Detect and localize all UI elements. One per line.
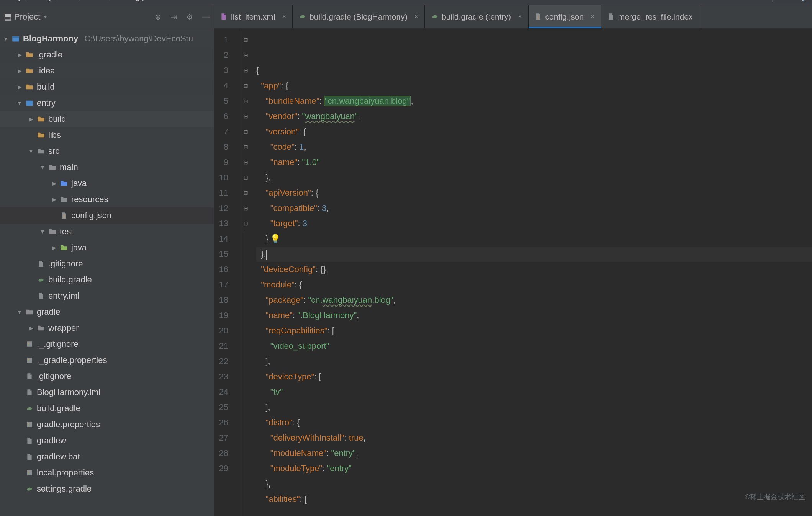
tree-node[interactable]: .gitignore bbox=[0, 368, 214, 384]
svg-rect-9 bbox=[28, 361, 29, 361]
tree-arrow-icon[interactable]: ▶ bbox=[28, 116, 34, 122]
tree-arrow-icon[interactable]: ▼ bbox=[40, 229, 45, 235]
json-icon: {} bbox=[535, 13, 542, 21]
tree-node[interactable]: build.gradle bbox=[0, 272, 214, 288]
tree-label: entry bbox=[37, 98, 56, 108]
project-view-selector[interactable]: ▤ Project ▾ bbox=[4, 12, 155, 22]
locate-icon[interactable]: ⊕ bbox=[155, 12, 161, 21]
tab-label: merge_res_file.index bbox=[618, 12, 693, 21]
folder-blue-icon bbox=[60, 179, 68, 188]
tree-arrow-icon[interactable]: ▼ bbox=[28, 148, 34, 154]
collapse-icon[interactable]: ⇥ bbox=[170, 12, 177, 21]
tree-arrow-icon[interactable]: ▼ bbox=[17, 309, 22, 315]
xml-icon bbox=[220, 13, 228, 21]
tree-node[interactable]: ▶ .idea bbox=[0, 63, 214, 79]
tree-arrow-icon[interactable]: ▶ bbox=[51, 180, 57, 186]
close-icon[interactable]: × bbox=[591, 13, 595, 21]
tree-node[interactable]: ▼ main bbox=[0, 159, 214, 175]
hide-icon[interactable]: — bbox=[202, 12, 210, 21]
svg-rect-2 bbox=[26, 101, 33, 106]
tree-arrow-icon[interactable]: ▶ bbox=[28, 325, 34, 331]
module-icon bbox=[25, 99, 34, 107]
tree-label: BlogHarmony.iml bbox=[37, 387, 100, 397]
module-icon bbox=[11, 34, 20, 43]
tab-label: build.gradle (:entry) bbox=[442, 12, 511, 21]
tree-node[interactable]: gradlew.bat bbox=[0, 449, 214, 465]
tree-node[interactable]: ▶ .gradle bbox=[0, 47, 214, 63]
tree-node[interactable]: ._gradle.properties bbox=[0, 352, 214, 368]
tree-label: ._.gitignore bbox=[37, 339, 79, 349]
tree-node[interactable]: ▼ entry bbox=[0, 95, 214, 111]
breadcrumb-item[interactable]: src bbox=[65, 0, 76, 2]
tree-arrow-icon[interactable]: ▶ bbox=[17, 52, 22, 58]
folder-icon bbox=[25, 67, 34, 75]
tree-label: config.json bbox=[71, 211, 111, 220]
run-config-selector[interactable]: ▣ entry ▾ bbox=[772, 0, 812, 2]
tree-node[interactable]: settings.gradle bbox=[0, 481, 214, 497]
project-icon: ▤ bbox=[4, 12, 12, 22]
tree-node[interactable]: gradlew bbox=[0, 433, 214, 449]
fold-column[interactable]: ⊟⊟⊟⊟⊟⊟⊟⊟⊟⊟⊟⊟⊟ bbox=[241, 28, 251, 516]
tree-node[interactable]: .gitignore bbox=[0, 256, 214, 272]
project-tree[interactable]: ▼ BlogHarmony C:\Users\bywang\DevEcoStu … bbox=[0, 28, 214, 516]
editor-tab[interactable]: build.gradle (:entry) × bbox=[425, 5, 528, 28]
tree-arrow-icon[interactable]: ▶ bbox=[17, 84, 22, 90]
text-cursor bbox=[266, 250, 267, 260]
tree-label: java bbox=[71, 178, 87, 188]
tree-node[interactable]: {} config.json bbox=[0, 207, 214, 224]
tree-node[interactable]: ▶ java bbox=[0, 175, 214, 191]
tree-expand-icon[interactable]: ▼ bbox=[3, 36, 8, 42]
tree-label: gradle bbox=[37, 307, 60, 317]
tree-node[interactable]: build.gradle bbox=[0, 400, 214, 416]
breadcrumb-item[interactable]: main bbox=[88, 0, 106, 2]
intention-bulb-icon[interactable]: 💡 bbox=[270, 231, 280, 247]
tree-node[interactable]: BlogHarmony.iml bbox=[0, 384, 214, 400]
tree-node[interactable]: ▶ build bbox=[0, 111, 214, 127]
code-content[interactable]: { "app": { "bundleName": "cn.wangbaiyuan… bbox=[251, 28, 812, 516]
code-editor[interactable]: 1234567891011121314151617181920212223242… bbox=[214, 28, 812, 516]
svg-rect-13 bbox=[27, 470, 32, 475]
close-icon[interactable]: × bbox=[414, 13, 419, 21]
tree-label: libs bbox=[48, 130, 61, 140]
props-icon bbox=[25, 420, 34, 429]
folder-grey-icon bbox=[37, 324, 45, 332]
tree-node[interactable]: ._.gitignore bbox=[0, 336, 214, 352]
gradle-icon bbox=[431, 13, 439, 21]
tree-arrow-icon[interactable]: ▼ bbox=[17, 100, 22, 106]
editor-tab[interactable]: list_item.xml × bbox=[214, 5, 293, 28]
tree-node[interactable]: ▶ resources bbox=[0, 191, 214, 207]
tree-label: ._gradle.properties bbox=[37, 355, 107, 365]
tree-node[interactable]: ▼ src bbox=[0, 143, 214, 159]
line-numbers: 1234567891011121314151617181920212223242… bbox=[214, 28, 241, 516]
tree-node[interactable]: ▼ test bbox=[0, 224, 214, 240]
tree-node[interactable]: ▶ build bbox=[0, 79, 214, 95]
folder-green-icon bbox=[60, 243, 68, 252]
close-icon[interactable]: × bbox=[282, 13, 286, 21]
tree-arrow-icon[interactable]: ▶ bbox=[51, 196, 57, 202]
tree-node[interactable]: ▶ wrapper bbox=[0, 320, 214, 336]
breadcrumbs[interactable]: logHarmony〉entry〉src〉main〉config.json bbox=[0, 0, 157, 2]
breadcrumb-item[interactable]: config.json bbox=[118, 0, 157, 2]
close-icon[interactable]: × bbox=[518, 13, 522, 21]
folder-icon bbox=[37, 115, 45, 123]
tree-arrow-icon[interactable]: ▼ bbox=[40, 164, 45, 170]
editor-tab[interactable]: build.gradle (BlogHarmony) × bbox=[293, 5, 425, 28]
navigation-bar: logHarmony〉entry〉src〉main〉config.json ▣ … bbox=[0, 0, 812, 5]
project-tool-window: ▤ Project ▾ ⊕ ⇥ ⚙ — ▼ BlogHarmony bbox=[0, 5, 214, 516]
gear-icon[interactable]: ⚙ bbox=[186, 12, 193, 21]
tree-arrow-icon[interactable]: ▶ bbox=[51, 245, 57, 251]
editor-tab[interactable]: merge_res_file.index bbox=[601, 5, 699, 28]
editor-tab[interactable]: {} config.json × bbox=[529, 5, 601, 28]
tree-node[interactable]: entry.iml bbox=[0, 288, 214, 304]
svg-rect-4 bbox=[27, 341, 32, 347]
tree-node[interactable]: local.properties bbox=[0, 465, 214, 481]
tree-node[interactable]: ▼ gradle bbox=[0, 304, 214, 320]
project-root[interactable]: ▼ BlogHarmony C:\Users\bywang\DevEcoStu bbox=[0, 31, 214, 47]
breadcrumb-item[interactable]: logHarmony bbox=[0, 0, 22, 2]
tree-label: build.gradle bbox=[48, 275, 92, 285]
tree-node[interactable]: ▶ java bbox=[0, 240, 214, 256]
tree-node[interactable]: libs bbox=[0, 127, 214, 143]
tree-arrow-icon[interactable]: ▶ bbox=[17, 68, 22, 74]
tree-node[interactable]: gradle.properties bbox=[0, 416, 214, 433]
breadcrumb-item[interactable]: entry bbox=[34, 0, 52, 2]
